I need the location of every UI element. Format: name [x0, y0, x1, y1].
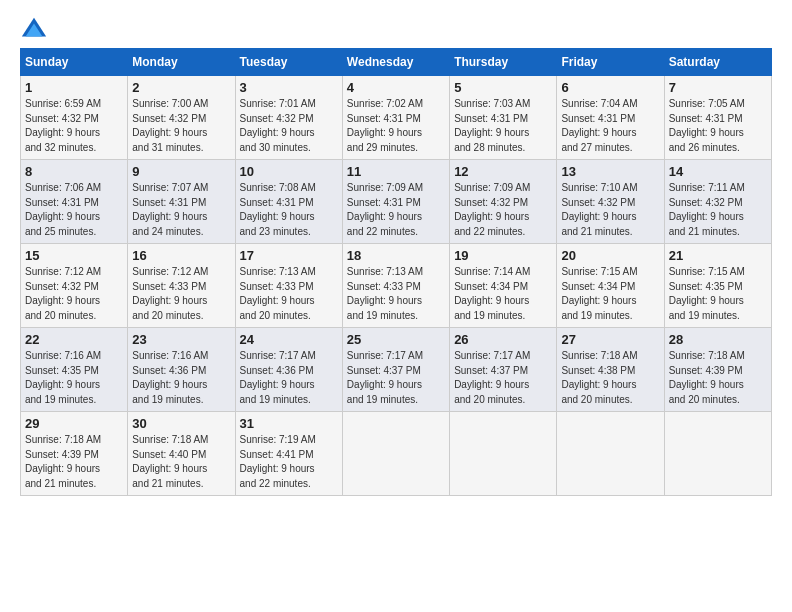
day-number: 26: [454, 332, 552, 347]
day-info: Sunrise: 7:13 AM Sunset: 4:33 PM Dayligh…: [240, 265, 338, 323]
day-number: 19: [454, 248, 552, 263]
day-info: Sunrise: 7:00 AM Sunset: 4:32 PM Dayligh…: [132, 97, 230, 155]
week-row-3: 15Sunrise: 7:12 AM Sunset: 4:32 PM Dayli…: [21, 244, 772, 328]
week-row-5: 29Sunrise: 7:18 AM Sunset: 4:39 PM Dayli…: [21, 412, 772, 496]
day-info: Sunrise: 7:11 AM Sunset: 4:32 PM Dayligh…: [669, 181, 767, 239]
day-number: 27: [561, 332, 659, 347]
day-info: Sunrise: 7:06 AM Sunset: 4:31 PM Dayligh…: [25, 181, 123, 239]
col-header-tuesday: Tuesday: [235, 49, 342, 76]
calendar-cell: 26Sunrise: 7:17 AM Sunset: 4:37 PM Dayli…: [450, 328, 557, 412]
day-number: 8: [25, 164, 123, 179]
col-header-sunday: Sunday: [21, 49, 128, 76]
day-info: Sunrise: 7:18 AM Sunset: 4:39 PM Dayligh…: [25, 433, 123, 491]
calendar-cell: 16Sunrise: 7:12 AM Sunset: 4:33 PM Dayli…: [128, 244, 235, 328]
calendar-cell: 31Sunrise: 7:19 AM Sunset: 4:41 PM Dayli…: [235, 412, 342, 496]
day-number: 23: [132, 332, 230, 347]
day-number: 24: [240, 332, 338, 347]
calendar-cell: 25Sunrise: 7:17 AM Sunset: 4:37 PM Dayli…: [342, 328, 449, 412]
day-info: Sunrise: 7:18 AM Sunset: 4:39 PM Dayligh…: [669, 349, 767, 407]
day-info: Sunrise: 7:09 AM Sunset: 4:32 PM Dayligh…: [454, 181, 552, 239]
day-info: Sunrise: 7:17 AM Sunset: 4:37 PM Dayligh…: [454, 349, 552, 407]
day-info: Sunrise: 7:17 AM Sunset: 4:37 PM Dayligh…: [347, 349, 445, 407]
header: [20, 16, 772, 44]
day-info: Sunrise: 7:05 AM Sunset: 4:31 PM Dayligh…: [669, 97, 767, 155]
day-number: 18: [347, 248, 445, 263]
day-number: 14: [669, 164, 767, 179]
day-info: Sunrise: 7:02 AM Sunset: 4:31 PM Dayligh…: [347, 97, 445, 155]
day-info: Sunrise: 7:19 AM Sunset: 4:41 PM Dayligh…: [240, 433, 338, 491]
day-number: 10: [240, 164, 338, 179]
week-row-1: 1Sunrise: 6:59 AM Sunset: 4:32 PM Daylig…: [21, 76, 772, 160]
day-info: Sunrise: 7:15 AM Sunset: 4:34 PM Dayligh…: [561, 265, 659, 323]
day-number: 21: [669, 248, 767, 263]
calendar-cell: 7Sunrise: 7:05 AM Sunset: 4:31 PM Daylig…: [664, 76, 771, 160]
day-info: Sunrise: 7:04 AM Sunset: 4:31 PM Dayligh…: [561, 97, 659, 155]
day-number: 17: [240, 248, 338, 263]
day-info: Sunrise: 7:10 AM Sunset: 4:32 PM Dayligh…: [561, 181, 659, 239]
day-number: 6: [561, 80, 659, 95]
day-info: Sunrise: 6:59 AM Sunset: 4:32 PM Dayligh…: [25, 97, 123, 155]
calendar-cell: 6Sunrise: 7:04 AM Sunset: 4:31 PM Daylig…: [557, 76, 664, 160]
calendar-cell: 23Sunrise: 7:16 AM Sunset: 4:36 PM Dayli…: [128, 328, 235, 412]
calendar-cell: [664, 412, 771, 496]
day-info: Sunrise: 7:16 AM Sunset: 4:36 PM Dayligh…: [132, 349, 230, 407]
day-info: Sunrise: 7:08 AM Sunset: 4:31 PM Dayligh…: [240, 181, 338, 239]
calendar-cell: 24Sunrise: 7:17 AM Sunset: 4:36 PM Dayli…: [235, 328, 342, 412]
col-header-thursday: Thursday: [450, 49, 557, 76]
day-number: 22: [25, 332, 123, 347]
day-number: 3: [240, 80, 338, 95]
col-header-friday: Friday: [557, 49, 664, 76]
week-row-4: 22Sunrise: 7:16 AM Sunset: 4:35 PM Dayli…: [21, 328, 772, 412]
calendar-cell: [450, 412, 557, 496]
calendar-cell: [342, 412, 449, 496]
day-info: Sunrise: 7:01 AM Sunset: 4:32 PM Dayligh…: [240, 97, 338, 155]
calendar-cell: 13Sunrise: 7:10 AM Sunset: 4:32 PM Dayli…: [557, 160, 664, 244]
day-number: 11: [347, 164, 445, 179]
day-info: Sunrise: 7:18 AM Sunset: 4:38 PM Dayligh…: [561, 349, 659, 407]
col-header-wednesday: Wednesday: [342, 49, 449, 76]
calendar-cell: 18Sunrise: 7:13 AM Sunset: 4:33 PM Dayli…: [342, 244, 449, 328]
calendar-cell: 20Sunrise: 7:15 AM Sunset: 4:34 PM Dayli…: [557, 244, 664, 328]
calendar-cell: 28Sunrise: 7:18 AM Sunset: 4:39 PM Dayli…: [664, 328, 771, 412]
day-number: 4: [347, 80, 445, 95]
calendar-cell: 5Sunrise: 7:03 AM Sunset: 4:31 PM Daylig…: [450, 76, 557, 160]
col-header-saturday: Saturday: [664, 49, 771, 76]
calendar-cell: 4Sunrise: 7:02 AM Sunset: 4:31 PM Daylig…: [342, 76, 449, 160]
day-number: 28: [669, 332, 767, 347]
day-info: Sunrise: 7:13 AM Sunset: 4:33 PM Dayligh…: [347, 265, 445, 323]
logo: [20, 16, 52, 44]
header-row: SundayMondayTuesdayWednesdayThursdayFrid…: [21, 49, 772, 76]
calendar-cell: 9Sunrise: 7:07 AM Sunset: 4:31 PM Daylig…: [128, 160, 235, 244]
calendar-cell: 3Sunrise: 7:01 AM Sunset: 4:32 PM Daylig…: [235, 76, 342, 160]
day-number: 5: [454, 80, 552, 95]
col-header-monday: Monday: [128, 49, 235, 76]
calendar-cell: 27Sunrise: 7:18 AM Sunset: 4:38 PM Dayli…: [557, 328, 664, 412]
day-info: Sunrise: 7:12 AM Sunset: 4:32 PM Dayligh…: [25, 265, 123, 323]
calendar-cell: [557, 412, 664, 496]
day-number: 15: [25, 248, 123, 263]
day-info: Sunrise: 7:17 AM Sunset: 4:36 PM Dayligh…: [240, 349, 338, 407]
day-number: 25: [347, 332, 445, 347]
day-info: Sunrise: 7:07 AM Sunset: 4:31 PM Dayligh…: [132, 181, 230, 239]
day-info: Sunrise: 7:18 AM Sunset: 4:40 PM Dayligh…: [132, 433, 230, 491]
calendar-cell: 15Sunrise: 7:12 AM Sunset: 4:32 PM Dayli…: [21, 244, 128, 328]
day-info: Sunrise: 7:16 AM Sunset: 4:35 PM Dayligh…: [25, 349, 123, 407]
day-number: 1: [25, 80, 123, 95]
calendar-cell: 17Sunrise: 7:13 AM Sunset: 4:33 PM Dayli…: [235, 244, 342, 328]
day-number: 13: [561, 164, 659, 179]
calendar-cell: 22Sunrise: 7:16 AM Sunset: 4:35 PM Dayli…: [21, 328, 128, 412]
calendar-cell: 8Sunrise: 7:06 AM Sunset: 4:31 PM Daylig…: [21, 160, 128, 244]
day-info: Sunrise: 7:15 AM Sunset: 4:35 PM Dayligh…: [669, 265, 767, 323]
calendar-cell: 14Sunrise: 7:11 AM Sunset: 4:32 PM Dayli…: [664, 160, 771, 244]
day-info: Sunrise: 7:14 AM Sunset: 4:34 PM Dayligh…: [454, 265, 552, 323]
day-number: 30: [132, 416, 230, 431]
day-info: Sunrise: 7:12 AM Sunset: 4:33 PM Dayligh…: [132, 265, 230, 323]
day-number: 12: [454, 164, 552, 179]
day-number: 31: [240, 416, 338, 431]
day-number: 16: [132, 248, 230, 263]
day-number: 9: [132, 164, 230, 179]
calendar-cell: 11Sunrise: 7:09 AM Sunset: 4:31 PM Dayli…: [342, 160, 449, 244]
calendar-cell: 10Sunrise: 7:08 AM Sunset: 4:31 PM Dayli…: [235, 160, 342, 244]
calendar-cell: 19Sunrise: 7:14 AM Sunset: 4:34 PM Dayli…: [450, 244, 557, 328]
calendar-cell: 30Sunrise: 7:18 AM Sunset: 4:40 PM Dayli…: [128, 412, 235, 496]
